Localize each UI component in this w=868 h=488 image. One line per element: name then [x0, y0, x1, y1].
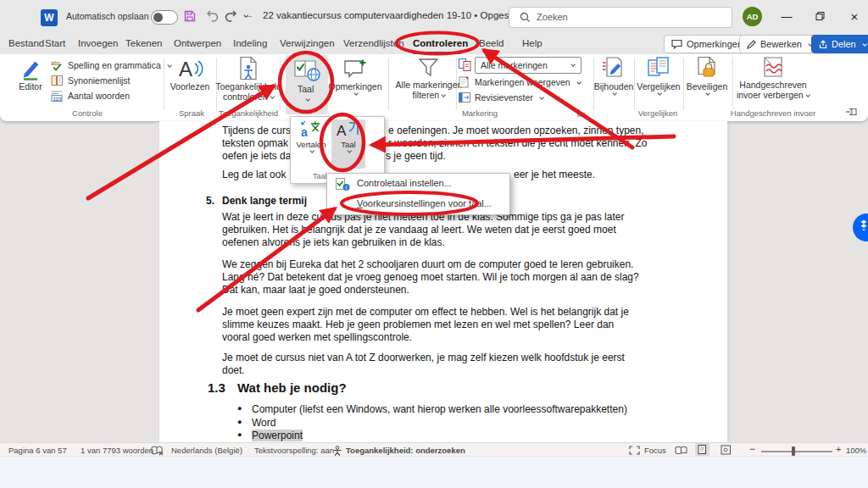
- hide-ink-label1: Handgeschreven: [739, 80, 806, 90]
- share-button[interactable]: Delen: [811, 35, 868, 53]
- translate-button[interactable]: a Vertalen: [294, 119, 328, 169]
- autosave-toggle[interactable]: [151, 10, 178, 25]
- filter-markup-label1: Alle markeringen: [396, 80, 463, 90]
- tab-bestand[interactable]: Bestand: [8, 38, 44, 48]
- track-changes-icon: [601, 56, 626, 81]
- status-bar: Pagina 6 van 57 1 van 7793 woorden Neder…: [0, 442, 868, 457]
- language-menu: i Controletaal instellen... Voorkeursins…: [326, 173, 510, 215]
- tab-indeling[interactable]: Indeling: [233, 38, 267, 48]
- focus-label[interactable]: Focus: [644, 446, 666, 455]
- word-count-button[interactable]: 123 Aantal woorden: [51, 90, 130, 102]
- tab-help[interactable]: Help: [522, 38, 542, 48]
- tab-ontwerpen[interactable]: Ontwerpen: [174, 38, 221, 48]
- editing-mode-button[interactable]: Bewerken: [739, 35, 820, 53]
- hide-ink-button[interactable]: Handgeschreven invoer verbergen: [734, 56, 812, 100]
- doc-bullet-highlighted: Powerpoint: [252, 430, 303, 441]
- tab-verwijzingen[interactable]: Verwijzingen: [280, 38, 335, 48]
- compare-button[interactable]: Vergelijken: [635, 56, 682, 95]
- print-layout-active[interactable]: [695, 443, 709, 456]
- doc-line: Leg de lat ook: [222, 169, 286, 180]
- editor-pen-icon: [18, 56, 43, 81]
- zoom-out-button[interactable]: −: [749, 443, 755, 455]
- dropbox-badge-icon[interactable]: [853, 214, 868, 241]
- redo-icon[interactable]: [224, 9, 239, 23]
- read-aloud-icon: A: [176, 56, 203, 81]
- document-page[interactable]: Tijdens de curs e oefeningen. Je moet wo…: [159, 121, 727, 442]
- reviewing-pane-button[interactable]: Revisievenster: [459, 92, 543, 103]
- reviewing-pane-icon: [459, 92, 470, 103]
- filter-markup-button[interactable]: Alle markeringen filteren: [393, 56, 465, 100]
- account-avatar[interactable]: AD: [743, 7, 762, 26]
- tab-invoegen[interactable]: Invoegen: [78, 38, 118, 48]
- language-a-icon: A: [337, 119, 360, 140]
- taskbar: Zoeken W P X E NLD BEP: [0, 456, 868, 488]
- language-indicator[interactable]: Nederlands (België): [171, 446, 242, 455]
- comments-button-label: Opmerkingen: [687, 39, 743, 49]
- web-layout-icon[interactable]: [721, 445, 732, 455]
- text-prediction-indicator[interactable]: Tekstvoorspelling: aan: [254, 446, 334, 455]
- accessibility-status-icon[interactable]: [332, 446, 342, 456]
- tab-tekenen[interactable]: Tekenen: [125, 38, 162, 48]
- track-changes-button[interactable]: Bijhouden: [593, 56, 634, 95]
- doc-line: gebruiken. Het is belangrijk dat je ze v…: [222, 224, 616, 236]
- minimize-button[interactable]: —: [770, 0, 804, 32]
- tab-verzendlijsten[interactable]: Verzendlijsten: [343, 38, 404, 48]
- word-count-indicator[interactable]: 1 van 7793 woorden: [81, 446, 153, 455]
- zoom-in-button[interactable]: +: [836, 444, 841, 454]
- display-for-review-value: Alle markeringen: [481, 60, 548, 70]
- save-icon[interactable]: [183, 9, 197, 23]
- language-button[interactable]: Taal: [286, 55, 328, 114]
- group-separator: [683, 58, 684, 110]
- language-flyout-button[interactable]: A Taal: [331, 119, 365, 169]
- editor-button[interactable]: Editor: [12, 56, 49, 92]
- zoom-slider-track[interactable]: [761, 451, 832, 452]
- ink-squiggle-icon: [760, 56, 786, 80]
- undo-icon[interactable]: [203, 9, 219, 23]
- restore-button[interactable]: [804, 0, 837, 32]
- quick-access-chevron-icon[interactable]: —: [244, 12, 248, 20]
- menu-item-language-preferences[interactable]: Voorkeursinstellingen voor taal...: [327, 194, 509, 214]
- search-icon: [520, 12, 531, 23]
- show-markup-icon: [459, 76, 470, 88]
- share-button-label: Delen: [832, 39, 856, 49]
- group-label-handgeschreven: Handgeschreven invoer: [722, 108, 824, 118]
- spelling-check-icon: abc: [51, 59, 64, 71]
- titlebar-search-box[interactable]: Zoeken: [509, 7, 732, 28]
- thesaurus-button[interactable]: Synoniemenlijst: [51, 75, 131, 86]
- tab-controleren[interactable]: Controleren: [413, 38, 468, 48]
- doc-line: slimme keuzes maakt. Heb je geen problem…: [222, 319, 614, 330]
- close-button[interactable]: ×: [837, 0, 868, 32]
- display-for-review-combobox[interactable]: Alle markeringen: [475, 57, 581, 74]
- dialog-launcher-icon[interactable]: [577, 108, 587, 118]
- doc-line: eer je het meeste.: [514, 169, 595, 180]
- zoom-level[interactable]: 100%: [846, 446, 866, 455]
- new-comment-button[interactable]: Opmerkingen: [332, 56, 378, 95]
- page-indicator[interactable]: Pagina 6 van 57: [8, 446, 67, 455]
- spelling-grammar-button[interactable]: abc Spelling en grammatica: [51, 59, 171, 71]
- share-icon: [819, 40, 827, 49]
- pin-ribbon-icon[interactable]: [845, 107, 859, 117]
- check-accessibility-button[interactable]: Toegankelijkheid controleren: [220, 56, 276, 102]
- comments-button[interactable]: Opmerkingen: [664, 35, 750, 53]
- flyout-group-label: Taal: [313, 172, 327, 180]
- svg-text:a: a: [301, 125, 308, 139]
- read-aloud-button[interactable]: A Voorlezen: [169, 56, 211, 92]
- tab-start[interactable]: Start: [45, 38, 65, 48]
- accessibility-status[interactable]: Toegankelijkheid: onderzoeken: [346, 446, 465, 455]
- proofing-status-icon[interactable]: [151, 446, 164, 456]
- print-layout-icon: [698, 445, 707, 454]
- focus-icon[interactable]: [629, 446, 640, 455]
- check-accessibility-label2: controleren: [223, 92, 274, 102]
- reviewing-pane-label: Revisievenster: [475, 92, 533, 103]
- doc-bullet: Word: [252, 417, 275, 429]
- show-markup-button[interactable]: Markeringen weergeven: [459, 76, 581, 88]
- zoom-slider-thumb[interactable]: [792, 446, 795, 456]
- word-logo-icon[interactable]: W: [41, 9, 58, 26]
- word-count-label: Aantal woorden: [68, 91, 130, 101]
- spelling-grammar-label: Spelling en grammatica: [68, 60, 161, 70]
- tab-beeld[interactable]: Beeld: [479, 38, 504, 48]
- menu-item-set-proofing-language[interactable]: i Controletaal instellen...: [327, 174, 509, 194]
- protect-button[interactable]: Beveiligen: [685, 56, 729, 95]
- read-mode-icon[interactable]: [675, 446, 687, 455]
- protect-lock-icon: [695, 56, 719, 81]
